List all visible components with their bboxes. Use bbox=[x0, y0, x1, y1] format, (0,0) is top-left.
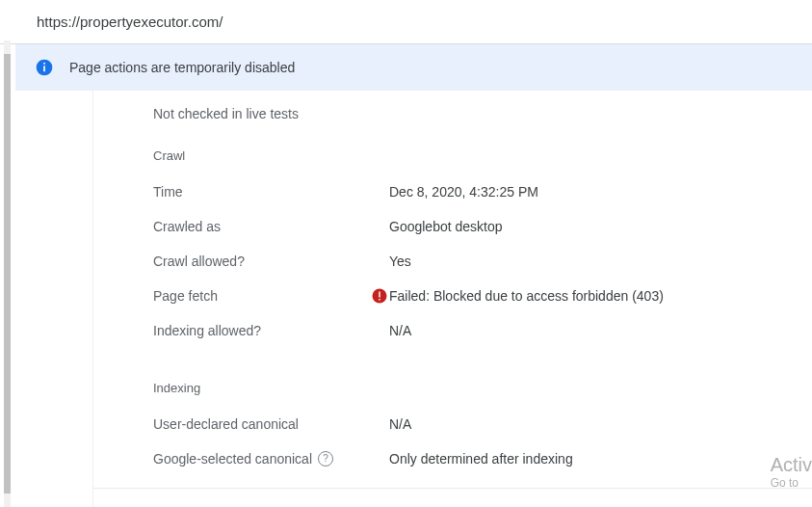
info-icon bbox=[35, 58, 54, 77]
row-google-canonical: Google-selected canonical ? Only determi… bbox=[153, 449, 812, 468]
value-page-fetch: Failed: Blocked due to access forbidden … bbox=[389, 288, 664, 304]
row-crawled-as: Crawled as Googlebot desktop bbox=[153, 217, 812, 236]
url-bar[interactable]: https://propertyexecutor.com/ bbox=[0, 0, 812, 44]
banner-message: Page actions are temporarily disabled bbox=[69, 60, 295, 75]
section-title-crawl: Crawl bbox=[153, 148, 812, 163]
label-indexing-allowed: Indexing allowed? bbox=[153, 323, 370, 338]
value-crawl-allowed: Yes bbox=[389, 254, 411, 269]
label-page-fetch: Page fetch bbox=[153, 288, 370, 304]
scrollbar-thumb[interactable] bbox=[4, 54, 11, 494]
value-google-canonical: Only determined after indexing bbox=[389, 451, 573, 467]
label-google-canonical: Google-selected canonical ? bbox=[153, 451, 370, 467]
help-icon[interactable]: ? bbox=[318, 451, 333, 467]
value-user-canonical: N/A bbox=[389, 416, 411, 432]
row-page-fetch: Page fetch Failed: Blocked due to access… bbox=[153, 286, 812, 306]
svg-rect-5 bbox=[379, 299, 380, 301]
svg-rect-2 bbox=[43, 63, 45, 65]
top-note: Not checked in live tests bbox=[153, 106, 812, 121]
error-icon bbox=[370, 287, 389, 305]
section-title-indexing: Indexing bbox=[153, 381, 812, 395]
divider bbox=[93, 488, 812, 489]
row-time: Time Dec 8, 2020, 4:32:25 PM bbox=[153, 182, 812, 201]
label-crawl-allowed: Crawl allowed? bbox=[153, 254, 370, 269]
value-time: Dec 8, 2020, 4:32:25 PM bbox=[389, 184, 538, 200]
svg-rect-1 bbox=[43, 66, 45, 71]
value-indexing-allowed: N/A bbox=[389, 323, 411, 338]
row-user-canonical: User-declared canonical N/A bbox=[153, 414, 812, 434]
scrollbar-track[interactable] bbox=[4, 40, 11, 507]
label-user-canonical: User-declared canonical bbox=[153, 416, 370, 432]
row-crawl-allowed: Crawl allowed? Yes bbox=[153, 252, 812, 271]
label-crawled-as: Crawled as bbox=[153, 219, 370, 234]
svg-rect-4 bbox=[379, 292, 380, 298]
url-text: https://propertyexecutor.com/ bbox=[37, 13, 223, 30]
value-crawled-as: Googlebot desktop bbox=[389, 219, 503, 234]
row-indexing-allowed: Indexing allowed? N/A bbox=[153, 321, 812, 340]
info-banner: Page actions are temporarily disabled bbox=[15, 44, 812, 91]
details-panel: Not checked in live tests Crawl Time Dec… bbox=[92, 91, 812, 507]
windows-watermark: Activ Go to bbox=[771, 454, 812, 490]
label-time: Time bbox=[153, 184, 370, 200]
